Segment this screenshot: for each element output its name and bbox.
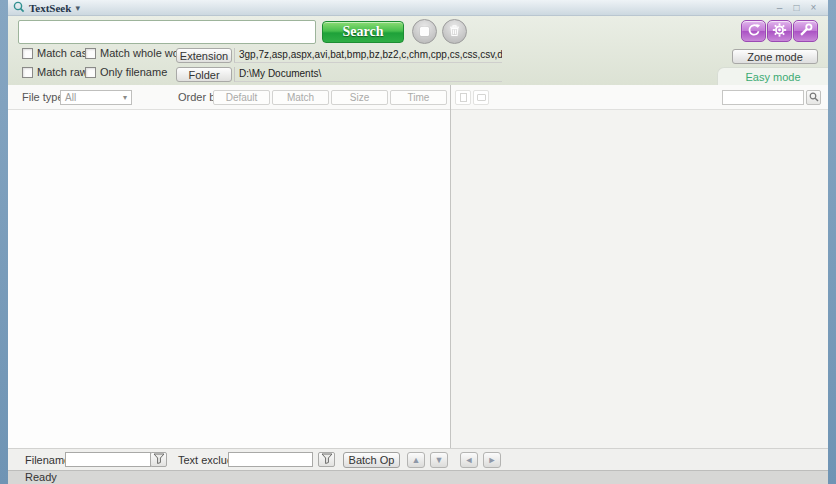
checkbox-match-raw[interactable]: Match raw xyxy=(22,66,88,78)
status-bar: Ready xyxy=(8,470,828,484)
extension-list-field[interactable]: 3gp,7z,asp,aspx,avi,bat,bmp,bz,bz2,c,chm… xyxy=(234,48,502,63)
search-icon xyxy=(809,92,819,104)
previous-match-button[interactable]: ▲ xyxy=(407,452,425,468)
filename-filter-input[interactable] xyxy=(65,452,151,467)
titlebar: TextSeek ▾ – □ × xyxy=(8,0,828,16)
pane-icon xyxy=(477,94,486,101)
results-list-pane[interactable] xyxy=(8,110,450,448)
extension-button[interactable]: Extension xyxy=(176,48,232,63)
stop-button[interactable] xyxy=(412,19,437,44)
next-file-button[interactable]: ► xyxy=(483,452,501,468)
preview-find-button[interactable] xyxy=(806,90,821,105)
maximize-button[interactable]: □ xyxy=(788,1,805,15)
checkbox-box[interactable] xyxy=(22,67,33,78)
app-menu-button[interactable]: TextSeek ▾ xyxy=(8,1,80,15)
checkbox-label: Match raw xyxy=(37,66,88,78)
easy-mode-label: Easy mode xyxy=(745,71,800,83)
filter-funnel-icon xyxy=(321,453,333,466)
trash-icon xyxy=(448,24,461,39)
preview-pane[interactable] xyxy=(451,110,828,448)
gear-icon xyxy=(771,22,788,40)
sync-arrows-icon xyxy=(745,22,762,40)
preview-pane-view-button[interactable] xyxy=(473,90,489,105)
app-logo-magnifier-icon xyxy=(13,1,25,15)
search-panel: Search Match case Match whole word Match… xyxy=(8,16,828,85)
text-exclude-input[interactable] xyxy=(228,452,313,467)
chevron-down-icon: ▾ xyxy=(123,93,127,102)
minimize-button[interactable]: – xyxy=(771,1,788,15)
checkbox-label: Only filename xyxy=(100,66,167,78)
status-text: Ready xyxy=(25,471,57,483)
arrow-up-icon: ▲ xyxy=(412,455,421,465)
folder-button[interactable]: Folder xyxy=(176,67,232,82)
clear-button[interactable] xyxy=(442,19,467,44)
preview-find-input[interactable] xyxy=(722,90,804,105)
batch-op-button[interactable]: Batch Op xyxy=(343,452,400,468)
search-query-input[interactable] xyxy=(18,20,316,44)
arrow-right-icon: ► xyxy=(488,455,497,465)
next-match-button[interactable]: ▼ xyxy=(430,452,448,468)
filename-filter-button[interactable] xyxy=(150,452,167,467)
checkbox-box[interactable] xyxy=(85,48,96,59)
order-match-button[interactable]: Match xyxy=(272,90,329,105)
filter-funnel-icon xyxy=(153,453,165,466)
arrow-down-icon: ▼ xyxy=(435,455,444,465)
document-icon xyxy=(460,93,467,102)
order-time-button[interactable]: Time xyxy=(390,90,447,105)
wrench-icon xyxy=(797,22,814,40)
window-controls: – □ × xyxy=(771,1,828,15)
stop-icon xyxy=(420,27,429,36)
preview-doc-view-button[interactable] xyxy=(455,90,471,105)
easy-mode-tab[interactable]: Easy mode xyxy=(717,67,828,85)
results-toolbar: File types : All ▾ Order by : Default Ma… xyxy=(8,85,828,110)
tools-button[interactable] xyxy=(793,20,818,42)
bottom-filter-bar: Filename : Text exclude : Batch Op ▲ ▼ ◄… xyxy=(8,448,828,470)
file-types-value: All xyxy=(65,92,123,103)
checkbox-match-whole-word[interactable]: Match whole word xyxy=(85,47,189,59)
order-size-button[interactable]: Size xyxy=(331,90,388,105)
search-button[interactable]: Search xyxy=(322,21,404,43)
pane-splitter[interactable] xyxy=(450,85,451,470)
checkbox-box[interactable] xyxy=(22,48,33,59)
zone-mode-button[interactable]: Zone mode xyxy=(732,49,818,64)
checkbox-box[interactable] xyxy=(85,67,96,78)
app-title: TextSeek xyxy=(29,2,71,14)
arrow-left-icon: ◄ xyxy=(465,455,474,465)
folder-path-field[interactable]: D:\My Documents\ xyxy=(234,67,502,82)
text-exclude-filter-button[interactable] xyxy=(318,452,335,467)
file-types-select[interactable]: All ▾ xyxy=(60,90,132,105)
previous-file-button[interactable]: ◄ xyxy=(460,452,478,468)
order-default-button[interactable]: Default xyxy=(213,90,270,105)
update-button[interactable] xyxy=(741,20,766,42)
settings-button[interactable] xyxy=(767,20,792,42)
checkbox-only-filename[interactable]: Only filename xyxy=(85,66,167,78)
checkbox-match-case[interactable]: Match case xyxy=(22,47,93,59)
chevron-down-icon: ▾ xyxy=(75,3,80,13)
close-button[interactable]: × xyxy=(805,1,822,15)
